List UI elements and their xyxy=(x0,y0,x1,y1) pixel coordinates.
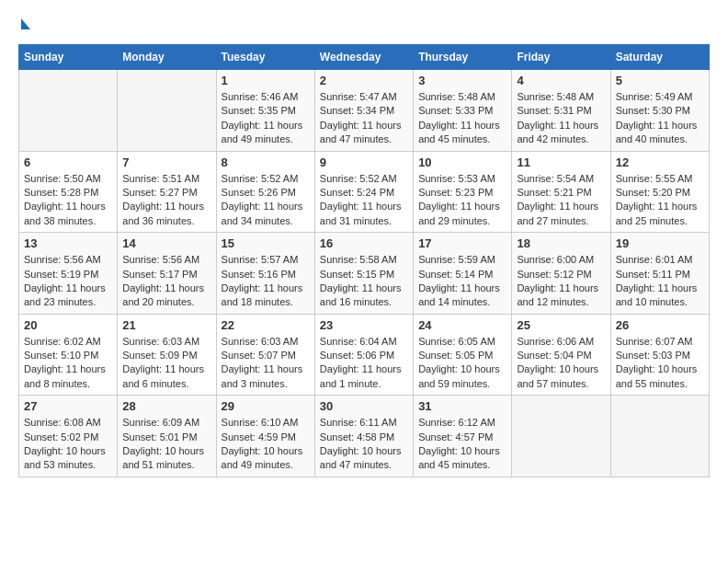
calendar-cell: 16Sunrise: 5:58 AM Sunset: 5:15 PM Dayli… xyxy=(314,233,413,315)
day-number: 23 xyxy=(320,318,408,332)
calendar-cell: 29Sunrise: 6:10 AM Sunset: 4:59 PM Dayli… xyxy=(216,396,314,477)
day-info: Sunrise: 6:03 AM Sunset: 5:09 PM Dayligh… xyxy=(122,335,210,392)
column-header-saturday: Saturday xyxy=(610,45,709,70)
week-row-3: 13Sunrise: 5:56 AM Sunset: 5:19 PM Dayli… xyxy=(19,233,710,315)
column-header-sunday: Sunday xyxy=(19,45,118,70)
day-number: 22 xyxy=(222,318,310,332)
day-info: Sunrise: 6:03 AM Sunset: 5:07 PM Dayligh… xyxy=(222,335,310,392)
day-number: 10 xyxy=(418,155,506,169)
day-info: Sunrise: 6:01 AM Sunset: 5:11 PM Dayligh… xyxy=(616,253,704,310)
day-number: 21 xyxy=(122,318,210,332)
day-number: 7 xyxy=(122,155,210,169)
day-info: Sunrise: 5:47 AM Sunset: 5:34 PM Dayligh… xyxy=(320,90,408,147)
day-number: 1 xyxy=(222,74,310,87)
calendar-cell: 22Sunrise: 6:03 AM Sunset: 5:07 PM Dayli… xyxy=(216,314,314,396)
day-info: Sunrise: 5:55 AM Sunset: 5:20 PM Dayligh… xyxy=(616,172,704,229)
day-info: Sunrise: 6:02 AM Sunset: 5:10 PM Dayligh… xyxy=(24,335,112,392)
day-info: Sunrise: 6:06 AM Sunset: 5:04 PM Dayligh… xyxy=(517,335,605,392)
week-row-5: 27Sunrise: 6:08 AM Sunset: 5:02 PM Dayli… xyxy=(19,396,710,477)
day-number: 29 xyxy=(222,399,310,413)
day-number: 26 xyxy=(616,318,704,332)
column-header-friday: Friday xyxy=(512,45,610,70)
calendar-cell: 3Sunrise: 5:48 AM Sunset: 5:33 PM Daylig… xyxy=(414,70,512,152)
day-number: 14 xyxy=(122,236,210,250)
calendar-cell: 28Sunrise: 6:09 AM Sunset: 5:01 PM Dayli… xyxy=(118,396,216,477)
calendar-cell: 27Sunrise: 6:08 AM Sunset: 5:02 PM Dayli… xyxy=(19,396,118,477)
day-info: Sunrise: 5:56 AM Sunset: 5:19 PM Dayligh… xyxy=(24,253,112,310)
day-info: Sunrise: 5:52 AM Sunset: 5:26 PM Dayligh… xyxy=(222,172,310,229)
day-number: 2 xyxy=(320,74,408,87)
week-row-1: 1Sunrise: 5:46 AM Sunset: 5:35 PM Daylig… xyxy=(19,70,710,152)
day-number: 8 xyxy=(222,155,310,169)
calendar-cell: 15Sunrise: 5:57 AM Sunset: 5:16 PM Dayli… xyxy=(216,233,314,315)
calendar-cell: 5Sunrise: 5:49 AM Sunset: 5:30 PM Daylig… xyxy=(610,70,709,152)
header-row: SundayMondayTuesdayWednesdayThursdayFrid… xyxy=(19,45,710,70)
day-number: 27 xyxy=(24,399,112,413)
calendar-cell: 24Sunrise: 6:05 AM Sunset: 5:05 PM Dayli… xyxy=(414,314,512,396)
calendar-cell: 26Sunrise: 6:07 AM Sunset: 5:03 PM Dayli… xyxy=(610,314,709,396)
day-number: 15 xyxy=(222,236,310,250)
day-number: 31 xyxy=(418,399,506,413)
calendar-cell: 10Sunrise: 5:53 AM Sunset: 5:23 PM Dayli… xyxy=(414,151,512,233)
day-info: Sunrise: 6:09 AM Sunset: 5:01 PM Dayligh… xyxy=(122,416,210,473)
day-info: Sunrise: 5:58 AM Sunset: 5:15 PM Dayligh… xyxy=(320,253,408,310)
calendar-cell: 1Sunrise: 5:46 AM Sunset: 5:35 PM Daylig… xyxy=(216,70,314,152)
day-number: 30 xyxy=(320,399,408,413)
calendar-cell: 14Sunrise: 5:56 AM Sunset: 5:17 PM Dayli… xyxy=(118,233,216,315)
day-info: Sunrise: 6:00 AM Sunset: 5:12 PM Dayligh… xyxy=(517,253,605,310)
day-number: 19 xyxy=(616,236,704,250)
calendar-cell: 7Sunrise: 5:51 AM Sunset: 5:27 PM Daylig… xyxy=(118,151,216,233)
calendar-cell: 2Sunrise: 5:47 AM Sunset: 5:34 PM Daylig… xyxy=(314,70,413,152)
day-number: 20 xyxy=(24,318,112,332)
day-info: Sunrise: 5:57 AM Sunset: 5:16 PM Dayligh… xyxy=(222,253,310,310)
calendar-cell: 8Sunrise: 5:52 AM Sunset: 5:26 PM Daylig… xyxy=(216,151,314,233)
day-info: Sunrise: 6:12 AM Sunset: 4:57 PM Dayligh… xyxy=(418,416,506,473)
calendar-cell xyxy=(118,70,216,152)
day-number: 4 xyxy=(517,74,605,87)
calendar-cell xyxy=(610,396,709,477)
calendar-cell: 17Sunrise: 5:59 AM Sunset: 5:14 PM Dayli… xyxy=(414,233,512,315)
day-info: Sunrise: 5:54 AM Sunset: 5:21 PM Dayligh… xyxy=(517,172,605,229)
day-number: 12 xyxy=(616,155,704,169)
week-row-4: 20Sunrise: 6:02 AM Sunset: 5:10 PM Dayli… xyxy=(19,314,710,396)
calendar-cell: 23Sunrise: 6:04 AM Sunset: 5:06 PM Dayli… xyxy=(314,314,413,396)
day-number: 13 xyxy=(24,236,112,250)
day-number: 28 xyxy=(122,399,210,413)
day-number: 25 xyxy=(517,318,605,332)
calendar-cell: 12Sunrise: 5:55 AM Sunset: 5:20 PM Dayli… xyxy=(610,151,709,233)
calendar-table: SundayMondayTuesdayWednesdayThursdayFrid… xyxy=(18,44,710,477)
day-number: 5 xyxy=(616,74,704,87)
logo-arrow-icon xyxy=(21,18,30,29)
calendar-cell: 4Sunrise: 5:48 AM Sunset: 5:31 PM Daylig… xyxy=(512,70,610,152)
calendar-cell: 9Sunrise: 5:52 AM Sunset: 5:24 PM Daylig… xyxy=(314,151,413,233)
day-number: 9 xyxy=(320,155,408,169)
day-info: Sunrise: 6:11 AM Sunset: 4:58 PM Dayligh… xyxy=(320,416,408,473)
calendar-cell: 31Sunrise: 6:12 AM Sunset: 4:57 PM Dayli… xyxy=(414,396,512,477)
day-number: 3 xyxy=(418,74,506,87)
day-number: 6 xyxy=(24,155,112,169)
calendar-cell: 21Sunrise: 6:03 AM Sunset: 5:09 PM Dayli… xyxy=(118,314,216,396)
day-number: 11 xyxy=(517,155,605,169)
day-info: Sunrise: 5:53 AM Sunset: 5:23 PM Dayligh… xyxy=(418,172,506,229)
calendar-cell: 20Sunrise: 6:02 AM Sunset: 5:10 PM Dayli… xyxy=(19,314,118,396)
day-number: 18 xyxy=(517,236,605,250)
day-number: 16 xyxy=(320,236,408,250)
day-info: Sunrise: 5:50 AM Sunset: 5:28 PM Dayligh… xyxy=(24,172,112,229)
calendar-cell: 18Sunrise: 6:00 AM Sunset: 5:12 PM Dayli… xyxy=(512,233,610,315)
calendar-cell: 6Sunrise: 5:50 AM Sunset: 5:28 PM Daylig… xyxy=(19,151,118,233)
calendar-cell: 11Sunrise: 5:54 AM Sunset: 5:21 PM Dayli… xyxy=(512,151,610,233)
column-header-wednesday: Wednesday xyxy=(314,45,413,70)
calendar-cell: 19Sunrise: 6:01 AM Sunset: 5:11 PM Dayli… xyxy=(610,233,709,315)
logo xyxy=(18,18,30,29)
column-header-thursday: Thursday xyxy=(414,45,512,70)
day-info: Sunrise: 5:46 AM Sunset: 5:35 PM Dayligh… xyxy=(222,90,310,147)
calendar-cell: 13Sunrise: 5:56 AM Sunset: 5:19 PM Dayli… xyxy=(19,233,118,315)
page-header xyxy=(18,18,710,29)
calendar-cell xyxy=(512,396,610,477)
day-info: Sunrise: 6:05 AM Sunset: 5:05 PM Dayligh… xyxy=(418,335,506,392)
day-info: Sunrise: 5:49 AM Sunset: 5:30 PM Dayligh… xyxy=(616,90,704,147)
day-info: Sunrise: 5:56 AM Sunset: 5:17 PM Dayligh… xyxy=(122,253,210,310)
column-header-tuesday: Tuesday xyxy=(216,45,314,70)
day-info: Sunrise: 5:48 AM Sunset: 5:33 PM Dayligh… xyxy=(418,90,506,147)
day-info: Sunrise: 5:52 AM Sunset: 5:24 PM Dayligh… xyxy=(320,172,408,229)
